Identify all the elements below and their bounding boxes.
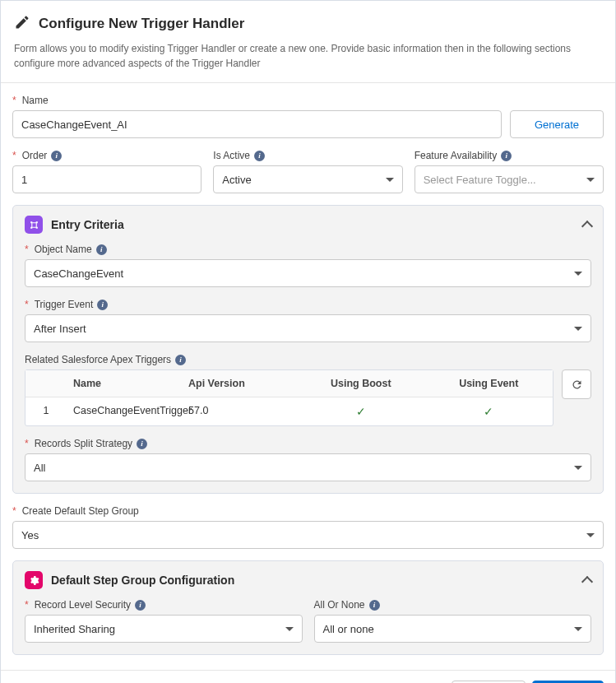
trigger-event-label: Trigger Eventi [25,299,591,310]
info-icon: i [369,600,380,611]
all-or-none-select[interactable]: All or none [314,615,592,643]
entry-criteria-title: Entry Criteria [51,218,575,231]
chevron-down-icon [574,466,582,470]
info-icon: i [137,439,147,449]
object-name-label: Object Namei [25,244,591,255]
chevron-down-icon [574,272,582,276]
chevron-down-icon [586,533,595,537]
chevron-down-icon [386,178,394,182]
record-level-label: Record Level Securityi [25,599,303,611]
is-active-label: Is Activei [213,150,402,161]
check-icon: ✓ [484,405,493,418]
info-icon: i [96,244,107,255]
page-description: Form allows you to modify existing Trigg… [1,41,615,83]
is-active-select[interactable]: Active [213,165,402,193]
order-input[interactable] [12,165,201,193]
col-event: Using Event [425,370,553,397]
all-or-none-label: All Or Nonei [314,599,592,611]
chevron-up-icon[interactable] [581,575,593,587]
related-triggers-label: Related Salesforce Apex Triggersi [25,354,591,365]
edit-icon [14,14,30,33]
page-title: Configure New Trigger Handler [39,16,244,32]
chevron-down-icon [285,627,294,631]
generate-button[interactable]: Generate [510,110,604,138]
chevron-down-icon [574,627,582,631]
info-icon: i [97,300,108,310]
create-default-label: Create Default Step Group [12,505,604,517]
trigger-event-select[interactable]: After Insert [25,314,591,342]
table-row: 1 CaseChangeEventTrigger 57.0 ✓ ✓ [25,397,553,425]
check-icon: ✓ [356,405,366,418]
refresh-button[interactable] [562,369,591,399]
records-split-select[interactable]: All [25,453,591,481]
order-label: Orderi [12,150,201,161]
col-name: Name [67,370,182,397]
col-boost: Using Boost [297,370,425,397]
chevron-up-icon[interactable] [581,220,593,231]
info-icon: i [51,151,62,161]
record-level-select[interactable]: Inherited Sharing [25,615,303,643]
flow-icon [25,216,43,234]
info-icon: i [501,151,512,161]
name-input[interactable] [12,110,502,138]
records-split-label: Records Split Strategyi [25,438,591,449]
create-default-select[interactable]: Yes [12,521,604,549]
settings-icon [25,571,43,589]
col-api: Api Version [182,370,297,397]
related-triggers-table: Name Api Version Using Boost Using Event… [25,369,553,426]
name-label: Name [12,95,604,106]
feature-availability-select[interactable]: Select Feature Toggle... [415,165,604,193]
chevron-down-icon [574,327,582,331]
info-icon: i [175,355,186,365]
info-icon: i [135,600,146,611]
info-icon: i [254,151,265,161]
step-group-title: Default Step Group Configuration [51,574,575,587]
chevron-down-icon [586,178,595,182]
object-name-select[interactable]: CaseChangeEvent [25,259,591,287]
feature-availability-label: Feature Availabilityi [415,150,604,161]
